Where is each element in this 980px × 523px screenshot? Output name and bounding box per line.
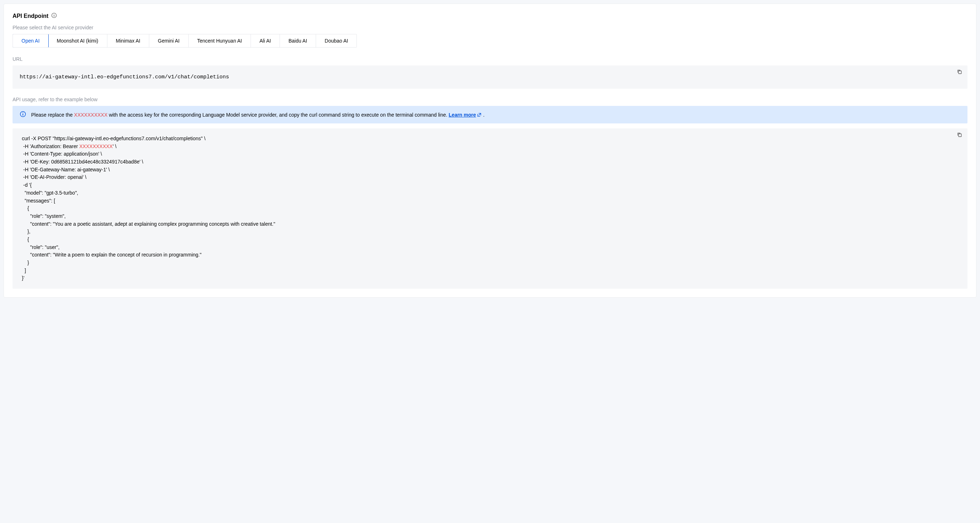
section-title-row: API Endpoint xyxy=(13,13,967,20)
svg-point-6 xyxy=(22,112,23,113)
curl-line-12: "content": "You are a poetic assistant, … xyxy=(21,221,275,227)
learn-more-label: Learn more xyxy=(449,112,476,118)
curl-line-4: -H 'OE-Key: 0d68581121bd4ec48c3324917c4b… xyxy=(21,159,143,165)
provider-tab-doubao[interactable]: Doubao AI xyxy=(316,34,356,47)
alert-text: Please replace the XXXXXXXXXX with the a… xyxy=(31,112,485,118)
provider-tab-ali[interactable]: Ali AI xyxy=(251,34,280,47)
curl-line-15: "role": "user", xyxy=(21,244,59,250)
curl-line-2-post: ' \ xyxy=(113,143,116,149)
provider-tab-tencent-hunyuan[interactable]: Tencent Hunyuan AI xyxy=(189,34,251,47)
learn-more-link[interactable]: Learn more xyxy=(449,112,482,118)
curl-line-2-pre: -H 'Authorization: Bearer xyxy=(21,143,80,149)
alert-trailing: . xyxy=(482,112,485,118)
curl-line-6: -H 'OE-AI-Provider: openai' \ xyxy=(21,174,86,180)
copy-icon[interactable] xyxy=(957,132,963,138)
curl-line-9: "messages": [ xyxy=(21,198,55,203)
api-endpoint-card: API Endpoint Please select the AI servic… xyxy=(3,3,977,297)
select-provider-label: Please select the AI service provider xyxy=(13,25,967,30)
curl-line-16: "content": "Write a poem to explain the … xyxy=(21,252,202,258)
alert-prefix: Please replace the xyxy=(31,112,74,118)
page-title: API Endpoint xyxy=(13,13,48,19)
external-link-icon xyxy=(476,112,482,118)
url-value: https://ai-gateway-intl.eo-edgefunctions… xyxy=(20,74,229,80)
curl-line-8: "model": "gpt-3.5-turbo", xyxy=(21,190,78,196)
curl-line-5: -H 'OE-Gateway-Name: ai-gateway-1' \ xyxy=(21,167,110,172)
curl-line-17: } xyxy=(21,260,29,265)
svg-rect-7 xyxy=(959,134,961,137)
provider-tab-minimax[interactable]: Minimax AI xyxy=(107,34,149,47)
info-icon xyxy=(20,111,26,118)
curl-line-7: -d '{ xyxy=(21,182,32,188)
usage-label: API usage, refer to the example below xyxy=(13,97,967,102)
provider-tab-baidu[interactable]: Baidu AI xyxy=(280,34,316,47)
alert-placeholder: XXXXXXXXXX xyxy=(74,112,107,118)
curl-line-10: { xyxy=(21,205,29,211)
svg-rect-3 xyxy=(959,71,961,74)
provider-tab-open-ai[interactable]: Open AI xyxy=(13,34,49,48)
provider-tab-gemini[interactable]: Gemini AI xyxy=(149,34,189,47)
info-icon[interactable] xyxy=(51,13,57,20)
url-code-block: https://ai-gateway-intl.eo-edgefunctions… xyxy=(13,65,967,89)
provider-tabs: Open AI Moonshot AI (kimi) Minimax AI Ge… xyxy=(13,34,357,48)
svg-point-2 xyxy=(54,14,55,15)
curl-line-3: -H 'Content-Type: application/json' \ xyxy=(21,151,102,157)
url-label: URL xyxy=(13,56,967,62)
curl-line-19: }' xyxy=(21,275,24,281)
curl-line-13: }, xyxy=(21,229,30,234)
curl-line-18: ] xyxy=(21,267,26,273)
curl-line-14: { xyxy=(21,237,29,242)
curl-line-11: "role": "system", xyxy=(21,213,65,219)
provider-tab-moonshot[interactable]: Moonshot AI (kimi) xyxy=(48,34,107,47)
copy-icon[interactable] xyxy=(957,69,963,75)
alert-suffix: with the access key for the correspondin… xyxy=(107,112,449,118)
curl-line-1: curl -X POST "https://ai-gateway-intl.eo… xyxy=(21,135,205,141)
info-alert: Please replace the XXXXXXXXXX with the a… xyxy=(13,106,967,123)
curl-line-2-placeholder: XXXXXXXXXX xyxy=(80,143,113,149)
curl-code-block: curl -X POST "https://ai-gateway-intl.eo… xyxy=(13,129,967,289)
